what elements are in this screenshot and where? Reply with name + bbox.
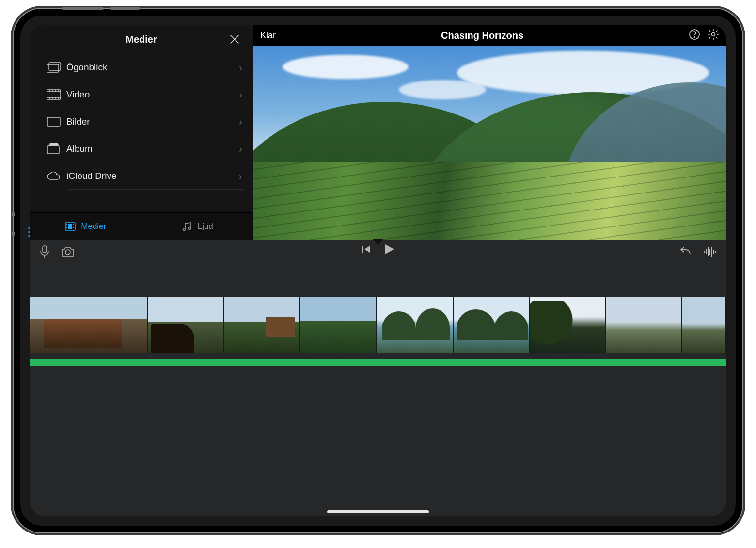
svg-rect-16 [47, 146, 59, 154]
timeline-body[interactable] [30, 264, 726, 516]
camera-button[interactable] [61, 246, 75, 258]
hardware-button [12, 232, 15, 236]
waveform-icon [703, 246, 717, 257]
timeline-clip[interactable] [30, 297, 148, 353]
timeline-area [30, 240, 726, 516]
sidebar-item-albums[interactable]: Album › [30, 135, 253, 162]
settings-button[interactable] [707, 28, 720, 43]
timeline-clip[interactable] [606, 297, 683, 353]
preview-header: Klar Chasing Horizons [253, 25, 726, 46]
play-icon [384, 243, 395, 255]
sidebar-item-moments[interactable]: Ögonblick › [30, 54, 253, 81]
photos-icon [44, 116, 63, 127]
timeline-clip[interactable] [682, 297, 726, 353]
svg-rect-36 [706, 249, 707, 254]
audio-waveform-button[interactable] [703, 246, 717, 257]
tab-label: Medier [81, 222, 106, 231]
svg-rect-33 [43, 246, 47, 253]
svg-rect-21 [66, 226, 67, 226]
svg-point-31 [712, 33, 715, 36]
svg-marker-43 [364, 246, 370, 253]
svg-point-28 [188, 227, 190, 229]
undo-button[interactable] [679, 246, 693, 257]
svg-rect-25 [73, 227, 74, 228]
tab-audio[interactable]: Ljud [142, 213, 253, 240]
play-button[interactable] [384, 243, 395, 255]
chevron-right-icon: › [239, 171, 242, 182]
music-note-icon [181, 221, 193, 232]
sidebar-item-photos[interactable]: Bilder › [30, 108, 253, 135]
svg-rect-39 [711, 247, 712, 257]
hardware-button [12, 212, 15, 216]
svg-rect-20 [66, 224, 67, 225]
timeline-clip[interactable] [454, 297, 530, 353]
svg-point-34 [65, 250, 70, 255]
svg-rect-38 [709, 249, 710, 255]
sidebar-item-label: Video [66, 89, 239, 100]
chevron-right-icon: › [239, 116, 242, 128]
video-icon [44, 89, 63, 100]
go-to-start-button[interactable] [361, 244, 371, 254]
sidebar-list: Ögonblick › Video › Bilder [30, 54, 253, 212]
sidebar-item-label: Album [66, 144, 239, 154]
preview-pane: Klar Chasing Horizons [253, 25, 726, 240]
svg-point-27 [183, 228, 185, 230]
svg-rect-41 [715, 251, 716, 253]
playback-controls [361, 243, 395, 255]
media-sidebar: Medier Ögonblick › [30, 25, 253, 240]
screen: Medier Ögonblick › [30, 25, 726, 516]
timeline-clip[interactable] [377, 297, 454, 353]
project-title: Chasing Horizons [276, 30, 689, 41]
svg-marker-44 [385, 244, 394, 254]
tab-label: Ljud [198, 222, 213, 231]
svg-rect-15 [47, 117, 60, 126]
help-button[interactable] [689, 29, 700, 42]
sidebar-item-label: Bilder [66, 116, 239, 127]
svg-rect-23 [73, 224, 74, 225]
timeline-clip[interactable] [148, 297, 224, 353]
close-icon [229, 34, 240, 45]
microphone-icon [39, 245, 50, 258]
svg-rect-26 [68, 224, 72, 229]
svg-point-30 [694, 37, 695, 38]
sidebar-header: Medier [30, 25, 253, 54]
svg-rect-17 [49, 145, 59, 146]
svg-rect-24 [73, 226, 74, 226]
timeline-clip[interactable] [530, 297, 606, 353]
tab-media[interactable]: Medier [30, 213, 142, 240]
sidebar-item-icloud-drive[interactable]: iCloud Drive › [30, 162, 253, 190]
close-button[interactable] [227, 32, 242, 47]
ipad-device-frame: Medier Ögonblick › [14, 9, 742, 532]
playhead[interactable] [378, 264, 378, 516]
chevron-right-icon: › [239, 62, 242, 73]
svg-rect-42 [362, 246, 363, 253]
done-button[interactable]: Klar [260, 31, 276, 41]
record-voiceover-button[interactable] [39, 245, 50, 258]
sidebar-item-label: Ögonblick [66, 62, 239, 73]
help-icon [689, 29, 700, 40]
preview-viewport[interactable] [253, 46, 726, 240]
svg-rect-18 [50, 144, 58, 145]
skip-back-icon [361, 244, 371, 254]
home-indicator[interactable] [327, 510, 429, 513]
preview-terrace-lines [253, 162, 726, 240]
preview-cloud [283, 55, 409, 79]
svg-rect-35 [704, 251, 705, 253]
svg-rect-37 [708, 247, 709, 256]
cloud-icon [44, 171, 63, 181]
preview-cloud [399, 80, 486, 99]
media-filmstrip-icon [64, 221, 76, 232]
sidebar-tabs: Medier Ljud [30, 212, 253, 240]
timeline-clip[interactable] [224, 297, 301, 353]
timeline-clip[interactable] [300, 297, 377, 353]
svg-rect-22 [66, 227, 67, 228]
svg-rect-40 [713, 250, 714, 254]
sidebar-item-video[interactable]: Video › [30, 81, 253, 108]
hardware-volume-up [62, 7, 103, 10]
camera-icon [61, 246, 75, 258]
sidebar-item-label: iCloud Drive [66, 171, 239, 181]
hardware-volume-down [110, 7, 140, 10]
sidebar-title: Medier [126, 34, 157, 45]
chevron-right-icon: › [239, 89, 242, 100]
gear-icon [707, 28, 720, 41]
